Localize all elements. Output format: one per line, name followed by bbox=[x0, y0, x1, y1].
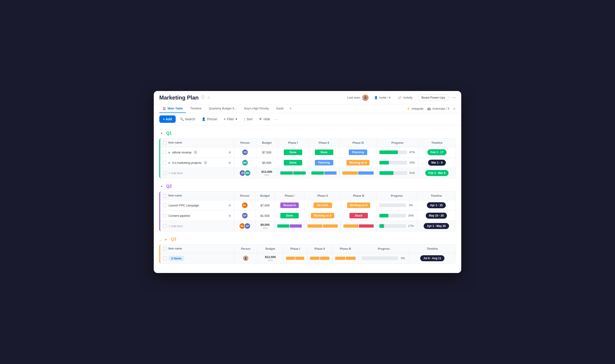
tab-quarterly-budget[interactable]: Quarterly Budget S... bbox=[206, 104, 240, 113]
phase3-status: Working on it bbox=[347, 203, 370, 208]
toolbar-more-icon[interactable]: ··· bbox=[274, 117, 278, 122]
progress-bar bbox=[379, 224, 406, 228]
row1-checkbox[interactable] bbox=[163, 150, 167, 154]
automate-icon: 🤖 bbox=[427, 107, 431, 110]
group-q3-collapse[interactable]: ▶ bbox=[164, 237, 169, 242]
group-q1-collapse[interactable]: ▾ bbox=[159, 131, 164, 136]
q2-summary-budget: $9,000 sum bbox=[255, 221, 275, 231]
integrate-button[interactable]: ⚡ Integrate bbox=[407, 107, 423, 110]
info-icon[interactable]: ⓘ bbox=[201, 95, 205, 100]
more-options-icon[interactable]: ··· bbox=[452, 95, 456, 100]
mini-bar-done bbox=[277, 224, 289, 228]
tab-gantt[interactable]: Gantt bbox=[273, 104, 287, 113]
row2-add-icon[interactable]: ⊕ bbox=[228, 161, 231, 165]
add-tab-button[interactable]: + bbox=[288, 104, 294, 113]
group-q2-table: Item name Person Budget Phase I Phase II… bbox=[159, 192, 456, 231]
summary-checkbox[interactable] bbox=[163, 224, 167, 228]
q2-row2-phase3: Stuck bbox=[341, 210, 377, 221]
mini-bar-working bbox=[323, 224, 338, 228]
progress-bar bbox=[379, 171, 407, 175]
row2-expand[interactable]: ▶ bbox=[169, 161, 170, 164]
q2-row2-name: Content pipeline ⊕ bbox=[160, 210, 234, 221]
q2-summary-timeline: Apr 1 - May 26 bbox=[417, 221, 455, 231]
row1-add-icon[interactable]: ⊕ bbox=[228, 203, 231, 207]
q2-row1-phase1: Research bbox=[275, 200, 305, 210]
q1-row2-person: MK bbox=[234, 157, 256, 168]
col-phase3: Phase III bbox=[341, 192, 377, 200]
mini-bar-done bbox=[311, 171, 324, 175]
add-item-label[interactable]: + Add Item bbox=[169, 171, 183, 175]
timeline-badge: Apr 1 - 15 bbox=[427, 202, 446, 208]
q2-row2-person: SP bbox=[234, 210, 255, 221]
group-q2-collapse[interactable]: ▾ bbox=[159, 184, 164, 189]
side-dots: ··· bbox=[159, 238, 162, 242]
select-all-checkbox[interactable] bbox=[163, 247, 167, 251]
phase1-status: Done bbox=[284, 150, 302, 155]
q2-row2-phase1: Done bbox=[275, 210, 305, 221]
summary-checkbox[interactable] bbox=[163, 171, 167, 175]
sort-button[interactable]: ↕ Sort bbox=[241, 116, 255, 122]
add-item-label[interactable]: + Add Item bbox=[169, 224, 183, 228]
q3-header-row: Item name Person Budget Phase I Phase II… bbox=[160, 245, 455, 253]
row2-add-icon[interactable]: ⊕ bbox=[228, 214, 231, 218]
avatar-sp: SP bbox=[241, 212, 248, 219]
mini-bar-q3 bbox=[286, 257, 295, 260]
q1-row1-progress: 67% bbox=[377, 147, 418, 157]
avatar-jd: JD bbox=[242, 149, 248, 156]
hide-button[interactable]: 👁 Hide bbox=[256, 116, 272, 122]
col-person: Person bbox=[234, 192, 255, 200]
add-button[interactable]: + Add bbox=[159, 116, 176, 123]
phase2-status: On-hold bbox=[313, 203, 332, 208]
header-left: Marketing Plan ⓘ ☆ bbox=[159, 94, 210, 101]
col-phase1: Phase I bbox=[283, 245, 307, 253]
sort-icon: ↕ bbox=[244, 117, 245, 121]
timeline-badge: Mar 1 - 9 bbox=[428, 160, 446, 166]
timeline-badge: May 10 - 26 bbox=[426, 213, 447, 219]
avatar-sum2: MK bbox=[244, 170, 251, 176]
tab-main-table[interactable]: 🏠 Main Table bbox=[159, 104, 186, 113]
row2-checkbox[interactable] bbox=[163, 214, 167, 218]
col-timeline: Timeline bbox=[409, 245, 455, 253]
board-powerups-button[interactable]: Board Power-Ups bbox=[418, 94, 449, 101]
progress-fill bbox=[379, 161, 389, 165]
filter-button[interactable]: ≡ Filter ▾ bbox=[221, 116, 239, 122]
select-all-checkbox[interactable] bbox=[163, 194, 167, 198]
col-budget: Budget bbox=[255, 192, 275, 200]
q2-row1-person: RL bbox=[234, 200, 255, 210]
q1-row1-name: ▶ eBook revamp 3 ⊕ bbox=[160, 147, 234, 157]
select-all-checkbox[interactable] bbox=[163, 141, 167, 145]
q1-summary-person: JD MK bbox=[234, 168, 256, 178]
search-button[interactable]: 🔍 Search bbox=[177, 116, 198, 122]
group-q3-header-wrapper: ··· ▶ Q3 bbox=[159, 236, 456, 245]
row1-add-icon[interactable]: ⊕ bbox=[228, 150, 231, 154]
mini-bar-planning bbox=[324, 171, 337, 175]
invite-button[interactable]: 👤 Invite / 4 bbox=[372, 95, 392, 100]
progress-bar bbox=[379, 161, 407, 165]
app-title: Marketing Plan bbox=[159, 94, 199, 101]
q1-header-row: Item name Person Budget Phase I Phase II… bbox=[160, 139, 455, 147]
filter-icon: ≡ bbox=[224, 117, 226, 121]
q3-summary-items: 2 Items bbox=[160, 253, 234, 263]
tab-timeline[interactable]: Timeline bbox=[187, 104, 205, 113]
star-icon[interactable]: ☆ bbox=[207, 95, 210, 100]
summary-checkbox[interactable] bbox=[163, 256, 167, 260]
hide-icon: 👁 bbox=[259, 117, 262, 121]
row2-checkbox[interactable] bbox=[163, 161, 167, 165]
q3-summary-row: 2 Items 👤 $12,000 sum bbox=[160, 253, 455, 263]
q1-row1-person: JD bbox=[234, 147, 256, 157]
q2-header-row: Item name Person Budget Phase I Phase II… bbox=[160, 192, 455, 200]
mini-bar-research bbox=[290, 224, 302, 228]
activity-button[interactable]: 📈 Activity bbox=[396, 95, 414, 100]
row1-expand[interactable]: ▶ bbox=[169, 151, 170, 154]
person-filter-button[interactable]: 👤 Person bbox=[199, 116, 219, 122]
collapse-button[interactable]: ∧ bbox=[453, 106, 456, 111]
group-q3-header: ▶ Q3 bbox=[164, 236, 176, 243]
automate-button[interactable]: 🤖 Automate / 3 bbox=[427, 107, 449, 110]
group-q1-table: Item name Person Budget Phase I Phase II… bbox=[159, 138, 456, 178]
timeline-badge: Feb 3 - 17 bbox=[427, 149, 446, 155]
col-progress: Progress bbox=[377, 139, 418, 147]
mini-bar-q3b bbox=[320, 257, 329, 260]
q2-row1-name: Launch PPC campaign ⊕ bbox=[160, 200, 234, 210]
tab-noy-high-priority[interactable]: Noy's High Priority bbox=[241, 104, 272, 113]
row1-checkbox[interactable] bbox=[163, 203, 167, 207]
